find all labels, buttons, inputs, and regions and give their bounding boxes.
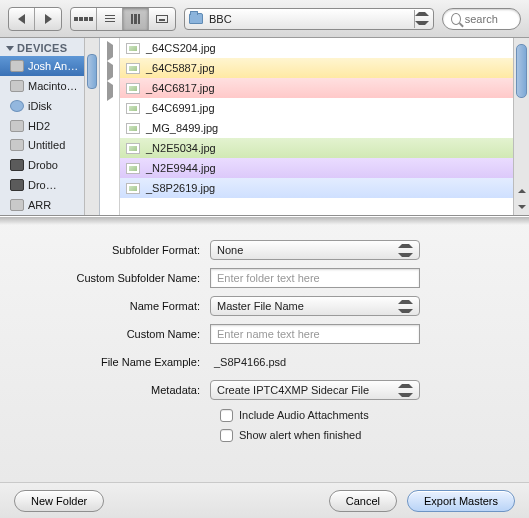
sidebar-item-label: Josh An… <box>28 60 78 72</box>
back-button[interactable] <box>9 8 35 30</box>
file-name: _S8P2619.jpg <box>146 182 215 194</box>
chevron-up-icon <box>415 12 429 16</box>
file-name: _N2E5034.jpg <box>146 142 216 154</box>
file-name: _64CS204.jpg <box>146 42 216 54</box>
drive-icon <box>10 80 24 92</box>
chevron-down-icon <box>415 21 429 25</box>
export-masters-button[interactable]: Export Masters <box>407 490 515 512</box>
view-seg <box>70 7 176 31</box>
drive-icon <box>10 199 24 211</box>
example-value: _S8P4166.psd <box>210 356 420 368</box>
drobo-icon <box>10 159 24 171</box>
dialog-footer: New Folder Cancel Export Masters <box>0 482 529 518</box>
file-row[interactable]: _MG_8499.jpg <box>120 118 529 138</box>
subfolder-format-popup[interactable]: None <box>210 240 420 260</box>
search-input[interactable] <box>465 13 512 25</box>
disclosure-icon <box>6 46 14 51</box>
sidebar-section-label: DEVICES <box>17 42 67 54</box>
chevron-left-icon <box>18 14 25 24</box>
view-column-button[interactable] <box>123 8 149 30</box>
subfolder-format-label: Subfolder Format: <box>30 244 210 256</box>
chevron-right-icon <box>107 81 113 101</box>
column-gutter <box>100 38 120 215</box>
drive-icon <box>10 139 24 151</box>
path-popup[interactable]: BBC <box>184 8 434 30</box>
file-icon <box>126 103 140 114</box>
chevron-right-icon <box>45 14 52 24</box>
file-row[interactable]: _S8P2619.jpg <box>120 178 529 198</box>
file-icon <box>126 43 140 54</box>
view-icon-button[interactable] <box>71 8 97 30</box>
globe-icon <box>10 100 24 112</box>
view-list-button[interactable] <box>97 8 123 30</box>
file-icon <box>126 163 140 174</box>
file-icon <box>126 143 140 154</box>
file-icon <box>126 183 140 194</box>
popup-value: Create IPTC4XMP Sidecar File <box>217 384 369 396</box>
file-name: _64C6817.jpg <box>146 82 215 94</box>
file-browser: DEVICES Josh An… Macinto… iDisk HD2 Unti… <box>0 38 529 216</box>
popup-value: Master File Name <box>217 300 304 312</box>
example-label: File Name Example: <box>30 356 210 368</box>
file-list: _64CS204.jpg _64C5887.jpg _64C6817.jpg _… <box>120 38 529 215</box>
scroll-thumb[interactable] <box>516 44 527 98</box>
sidebar: DEVICES Josh An… Macinto… iDisk HD2 Unti… <box>0 38 100 215</box>
metadata-popup[interactable]: Create IPTC4XMP Sidecar File <box>210 380 420 400</box>
chevron-right-icon <box>107 61 113 81</box>
sidebar-item-label: ARR <box>28 199 51 211</box>
file-icon <box>126 123 140 134</box>
drive-icon <box>10 60 24 72</box>
path-stepper[interactable] <box>414 10 429 28</box>
coverflow-icon <box>156 15 168 23</box>
new-folder-button[interactable]: New Folder <box>14 490 104 512</box>
sidebar-scrollbar[interactable] <box>84 38 99 215</box>
chevron-right-icon <box>107 41 113 61</box>
file-icon <box>126 63 140 74</box>
name-format-label: Name Format: <box>30 300 210 312</box>
sidebar-item-label: HD2 <box>28 120 50 132</box>
sidebar-item-label: iDisk <box>28 100 52 112</box>
custom-name-input[interactable]: Enter name text here <box>210 324 420 344</box>
file-row[interactable]: _64C6817.jpg <box>120 78 529 98</box>
file-scrollbar[interactable] <box>513 38 529 215</box>
file-name: _64C5887.jpg <box>146 62 215 74</box>
sidebar-item-label: Macinto… <box>28 80 78 92</box>
show-alert-checkbox[interactable] <box>220 429 233 442</box>
metadata-label: Metadata: <box>30 384 210 396</box>
scroll-down-button[interactable] <box>514 199 529 215</box>
search-field-wrap[interactable] <box>442 8 521 30</box>
scroll-thumb[interactable] <box>87 54 97 89</box>
drobo-icon <box>10 179 24 191</box>
nav-seg <box>8 7 62 31</box>
file-row[interactable]: _64C6991.jpg <box>120 98 529 118</box>
toolbar: BBC <box>0 0 529 38</box>
file-row[interactable]: _N2E5034.jpg <box>120 138 529 158</box>
file-row[interactable]: _N2E9944.jpg <box>120 158 529 178</box>
file-name: _N2E9944.jpg <box>146 162 216 174</box>
include-audio-checkbox[interactable] <box>220 409 233 422</box>
grid-icon <box>74 17 93 21</box>
custom-name-label: Custom Name: <box>30 328 210 340</box>
path-folder-label: BBC <box>209 13 232 25</box>
file-name: _MG_8499.jpg <box>146 122 218 134</box>
sidebar-item-label: Drobo <box>28 159 58 171</box>
forward-button[interactable] <box>35 8 61 30</box>
popup-value: None <box>217 244 243 256</box>
name-format-popup[interactable]: Master File Name <box>210 296 420 316</box>
include-audio-label: Include Audio Attachments <box>239 409 369 421</box>
drive-icon <box>10 120 24 132</box>
search-icon <box>451 13 461 25</box>
view-coverflow-button[interactable] <box>149 8 175 30</box>
columns-icon <box>131 14 141 24</box>
show-alert-label: Show alert when finished <box>239 429 361 441</box>
sidebar-item-label: Dro… <box>28 179 57 191</box>
file-name: _64C6991.jpg <box>146 102 215 114</box>
scroll-up-button[interactable] <box>514 183 529 199</box>
file-icon <box>126 83 140 94</box>
cancel-button[interactable]: Cancel <box>329 490 397 512</box>
folder-icon <box>189 13 203 24</box>
sidebar-item-label: Untitled <box>28 139 65 151</box>
file-row[interactable]: _64CS204.jpg <box>120 38 529 58</box>
file-row[interactable]: _64C5887.jpg <box>120 58 529 78</box>
custom-subfolder-input[interactable]: Enter folder text here <box>210 268 420 288</box>
